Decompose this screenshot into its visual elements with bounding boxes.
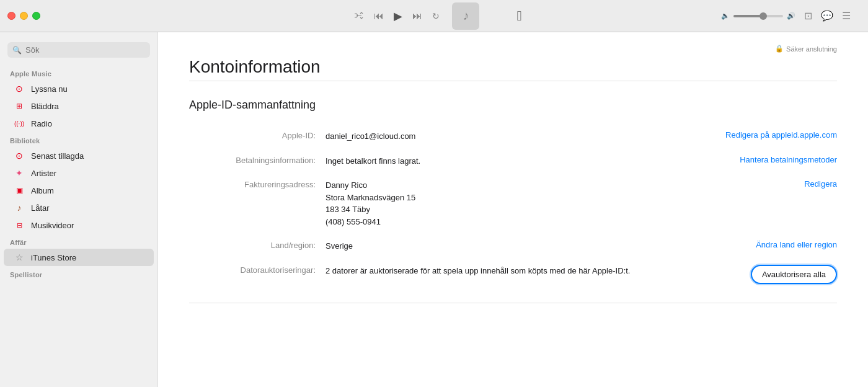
change-country-link[interactable]: Ändra land eller region <box>701 240 837 249</box>
search-input[interactable] <box>25 45 145 55</box>
payment-value: Inget betalkort finns lagrat. <box>326 155 701 167</box>
toolbar-right-controls: 🔈 🔊 ⊡ 💬 ☰ <box>721 10 851 22</box>
search-box[interactable]: 🔍 <box>7 42 150 58</box>
sidebar-section-library: Bibliotek <box>0 132 157 147</box>
sidebar-item-label: Låtar <box>31 203 50 213</box>
recently-added-icon: ⊙ <box>14 150 25 161</box>
title-divider <box>189 81 837 81</box>
sidebar-item-label: Artister <box>31 169 56 178</box>
country-value: Sverige <box>326 240 701 252</box>
sidebar: 🔍 Apple Music ⊙ Lyssna nu ⊞ Bläddra ((·)… <box>0 32 158 387</box>
listen-now-icon: ⊙ <box>14 83 25 94</box>
secure-connection: 🔒 Säker anslutning <box>775 45 837 53</box>
close-button[interactable] <box>7 12 16 20</box>
shuffle-button[interactable] <box>354 11 364 21</box>
play-button[interactable]: ▶ <box>394 9 402 23</box>
airplay-icon[interactable]: ⊡ <box>804 10 812 22</box>
sidebar-item-radio[interactable]: ((·)) Radio <box>4 115 154 132</box>
billing-address-value: Danny RicoStora Marknadsvägen 15183 34 T… <box>326 179 701 228</box>
apple-logo:  <box>516 8 521 24</box>
sidebar-item-label: Bläddra <box>31 102 59 111</box>
sidebar-item-browse[interactable]: ⊞ Bläddra <box>4 97 154 115</box>
country-label: Land/region: <box>189 240 326 250</box>
sidebar-item-label: iTunes Store <box>31 253 76 262</box>
minimize-button[interactable] <box>20 12 28 20</box>
sidebar-item-listen-now[interactable]: ⊙ Lyssna nu <box>4 80 154 97</box>
volume-high-icon: 🔊 <box>787 12 795 20</box>
itunes-store-icon: ☆ <box>14 252 25 263</box>
sidebar-item-label: Senast tillagda <box>31 151 84 161</box>
titlebar: ⏮ ▶ ⏭ ↻ ♪  🔈 🔊 ⊡ 💬 ☰ <box>0 0 868 32</box>
billing-address-label: Faktureringsadress: <box>189 179 326 189</box>
apple-id-value: daniel_rico1@icloud.com <box>326 130 701 143</box>
repeat-button[interactable]: ↻ <box>432 11 440 21</box>
previous-button[interactable]: ⏮ <box>374 11 384 22</box>
playback-controls: ⏮ ▶ ⏭ ↻ <box>354 9 440 23</box>
sidebar-item-albums[interactable]: ▣ Album <box>4 182 154 199</box>
apple-id-summary-title: Apple-ID-sammanfattning <box>189 99 837 112</box>
menu-icon[interactable]: ☰ <box>842 10 851 22</box>
billing-address-row: Faktureringsadress: Danny RicoStora Mark… <box>189 173 837 234</box>
sidebar-section-store: Affär <box>0 234 157 249</box>
sidebar-item-itunes-store[interactable]: ☆ iTunes Store <box>4 249 154 266</box>
volume-low-icon: 🔈 <box>721 12 730 20</box>
volume-slider[interactable] <box>733 15 783 17</box>
edit-apple-id-link[interactable]: Redigera på appleid.apple.com <box>701 130 837 140</box>
sidebar-item-label: Album <box>31 186 54 195</box>
page-title: Kontoinformation <box>189 57 321 77</box>
sidebar-item-label: Musikvideor <box>31 221 74 230</box>
sidebar-item-label: Lyssna nu <box>31 84 68 94</box>
next-button[interactable]: ⏭ <box>412 11 422 22</box>
songs-icon: ♪ <box>14 202 25 213</box>
apple-id-row: Apple-ID: daniel_rico1@icloud.com Redige… <box>189 124 837 149</box>
computer-auth-value: 2 datorer är auktoriserade för att spela… <box>326 265 701 277</box>
artists-icon: ✦ <box>14 167 25 179</box>
edit-address-link[interactable]: Redigera <box>701 179 837 189</box>
lock-icon: 🔒 <box>775 45 784 53</box>
traffic-lights <box>7 12 40 20</box>
payment-row: Betalningsinformation: Inget betalkort f… <box>189 149 837 174</box>
sidebar-item-songs[interactable]: ♪ Låtar <box>4 199 154 216</box>
payment-label: Betalningsinformation: <box>189 155 326 165</box>
computer-authorizations-row: Datorauktoriseringar: 2 datorer är aukto… <box>189 259 837 290</box>
sidebar-item-music-videos[interactable]: ⊟ Musikvideor <box>4 216 154 234</box>
sidebar-item-artists[interactable]: ✦ Artister <box>4 164 154 182</box>
bottom-divider <box>189 303 837 303</box>
search-icon: 🔍 <box>12 46 22 55</box>
lyrics-icon[interactable]: 💬 <box>821 10 833 22</box>
manage-payment-link[interactable]: Hantera betalningsmetoder <box>701 155 837 164</box>
apple-id-label: Apple-ID: <box>189 130 326 140</box>
radio-icon: ((·)) <box>14 118 25 129</box>
volume-control[interactable]: 🔈 🔊 <box>721 12 795 20</box>
computer-auth-label: Datorauktoriseringar: <box>189 265 326 275</box>
sidebar-section-apple-music: Apple Music <box>0 65 157 80</box>
now-playing-button[interactable]: ♪ <box>452 2 479 30</box>
music-videos-icon: ⊟ <box>14 220 25 231</box>
sidebar-item-recently-added[interactable]: ⊙ Senast tillagda <box>4 147 154 164</box>
country-row: Land/region: Sverige Ändra land eller re… <box>189 234 837 259</box>
albums-icon: ▣ <box>14 185 25 196</box>
content-area: Kontoinformation 🔒 Säker anslutning Appl… <box>158 32 868 387</box>
deauthorize-all-button[interactable]: Avauktorisera alla <box>751 265 837 284</box>
sidebar-item-label: Radio <box>31 119 52 128</box>
main-layout: 🔍 Apple Music ⊙ Lyssna nu ⊞ Bläddra ((·)… <box>0 32 868 387</box>
browse-icon: ⊞ <box>14 100 25 112</box>
maximize-button[interactable] <box>32 12 40 20</box>
sidebar-section-playlists: Spellistor <box>0 266 157 281</box>
